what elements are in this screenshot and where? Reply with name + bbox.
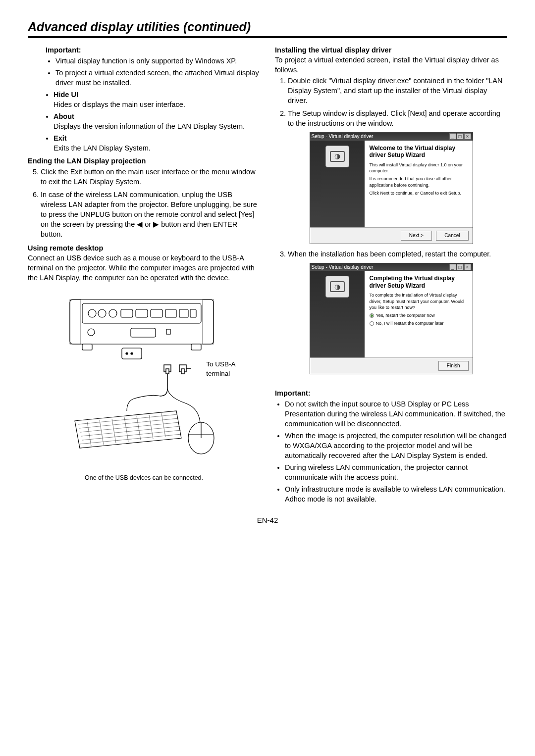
close-icon[interactable]: × [464, 264, 471, 270]
menu-label: Exit [54, 134, 67, 142]
wizard-title: Setup - Virtual display driver [312, 133, 374, 140]
important-item: Only infrastructure mode is available to… [285, 484, 507, 504]
window-controls: _□× [449, 133, 471, 140]
step-item: Double click "Virtual display driver.exe… [288, 76, 507, 105]
wizard-heading: Welcome to the Virtual display driver Se… [370, 145, 468, 159]
svg-rect-11 [179, 309, 188, 317]
maximize-icon[interactable]: □ [457, 133, 464, 140]
minimize-icon[interactable]: _ [449, 264, 456, 270]
page-title: Advanced display utilities (continued) [28, 20, 507, 34]
svg-point-20 [131, 353, 133, 354]
wizard-icon [325, 146, 349, 167]
svg-rect-24 [181, 369, 184, 374]
remote-paragraph: Connect an USB device such as a mouse or… [28, 253, 260, 283]
page-number: EN-42 [28, 516, 507, 524]
diagram-caption: One of the USB devices can be connected. [85, 474, 203, 482]
menu-item: Exit Exits the LAN Display System. [54, 133, 260, 153]
minimize-icon[interactable]: _ [449, 133, 456, 140]
important-item: To project a virtual extended screen, th… [55, 68, 260, 88]
wizard-text: To complete the installation of Virtual … [370, 292, 468, 310]
important-item: Do not switch the input source to USB Di… [285, 399, 507, 429]
important-heading-left: Important: [46, 45, 260, 55]
maximize-icon[interactable]: □ [457, 264, 464, 270]
svg-rect-17 [191, 344, 201, 350]
menu-item: About Displays the version information o… [54, 111, 260, 131]
important-heading-right: Important: [275, 388, 507, 398]
ending-heading: Ending the LAN Display projection [28, 156, 260, 166]
remote-heading: Using remote desktop [28, 243, 260, 253]
svg-rect-7 [121, 309, 133, 317]
step-item: In case of the wireless LAN communicatio… [41, 190, 260, 239]
menu-label: About [54, 112, 74, 120]
title-underline [28, 36, 507, 38]
svg-point-19 [126, 353, 128, 354]
wizard-icon [325, 276, 349, 298]
svg-rect-12 [190, 309, 196, 317]
install-heading: Installing the virtual display driver [275, 45, 507, 55]
step-item: The Setup window is displayed. Click [Ne… [288, 108, 507, 128]
wizard-heading: Completing the Virtual display driver Se… [370, 275, 468, 289]
important-item: When the image is projected, the compute… [285, 431, 507, 460]
finish-button[interactable]: Finish [438, 361, 469, 371]
important-item: During wireless LAN communication, the p… [285, 462, 507, 482]
svg-point-6 [109, 309, 117, 317]
cancel-button[interactable]: Cancel [436, 231, 468, 241]
important-item: Virtual display function is only support… [55, 56, 260, 66]
svg-rect-15 [166, 329, 170, 334]
step-item: Click the Exit button on the main user i… [41, 167, 260, 187]
wizard-text: This will install Virtual display driver… [370, 162, 468, 174]
svg-point-5 [98, 309, 106, 317]
setup-wizard-complete: Setup - Virtual display driver _□× Compl… [310, 263, 473, 375]
step-item: When the installation has been completed… [288, 249, 507, 259]
svg-point-4 [88, 309, 96, 317]
menu-label: Hide UI [54, 91, 78, 99]
menu-item: Hide UI Hides or displays the main user … [54, 90, 260, 109]
svg-point-13 [88, 329, 95, 336]
svg-rect-8 [136, 309, 148, 317]
svg-rect-22 [166, 369, 169, 374]
install-paragraph: To project a virtual extended screen, in… [275, 55, 507, 75]
usb-label: To USB-A terminal [206, 360, 235, 378]
wizard-text: Click Next to continue, or Cancel to exi… [370, 190, 468, 196]
radio-restart-later[interactable]: No, I will restart the computer later [370, 320, 468, 326]
right-column: Installing the virtual display driver To… [275, 45, 507, 506]
left-column: Important: Virtual display function is o… [28, 45, 260, 506]
window-controls: _□× [449, 264, 471, 271]
svg-rect-16 [82, 344, 92, 350]
svg-rect-10 [165, 309, 176, 317]
wizard-title: Setup - Virtual display driver [312, 264, 374, 271]
device-diagram: To USB-A terminal One of the USB devices… [28, 290, 260, 482]
radio-restart-now[interactable]: Yes, restart the computer now [370, 312, 468, 318]
wizard-text: It is recommended that you close all oth… [370, 176, 468, 188]
menu-desc: Exits the LAN Display System. [54, 144, 151, 152]
svg-rect-9 [151, 309, 162, 317]
menu-desc: Displays the version information of the … [54, 122, 245, 130]
projector-keyboard-mouse-diagram [53, 290, 236, 468]
setup-wizard-welcome: Setup - Virtual display driver _□× Welco… [310, 132, 473, 244]
next-button[interactable]: Next > [401, 231, 432, 241]
menu-desc: Hides or displays the main user interfac… [54, 101, 185, 108]
close-icon[interactable]: × [464, 133, 471, 140]
svg-rect-14 [131, 328, 156, 337]
